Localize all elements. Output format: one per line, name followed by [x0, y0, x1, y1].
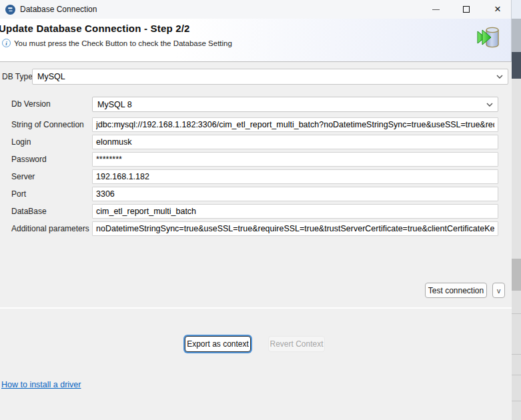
db-version-label: Db Version	[11, 97, 51, 111]
db-version-combo[interactable]: MySQL 8	[92, 97, 498, 112]
section-separator	[0, 307, 512, 309]
background-strip-segment	[512, 79, 521, 259]
connection-string-input[interactable]	[92, 117, 498, 132]
wizard-header: Update Database Connection - Step 2/2 i …	[0, 19, 511, 62]
close-button[interactable]: ×	[488, 0, 508, 19]
port-row: Port	[0, 187, 512, 202]
info-message: You must press the Check Button to check…	[14, 39, 232, 47]
server-label: Server	[11, 169, 35, 184]
connection-string-row: String of Connection	[0, 117, 512, 133]
background-strip-line	[512, 401, 521, 401]
background-strip-line	[512, 375, 521, 375]
export-as-context-button[interactable]: Export as context	[185, 336, 251, 352]
password-input[interactable]	[92, 152, 498, 167]
db-type-combo[interactable]: MySQL	[32, 69, 508, 85]
form-body: DB Type MySQL Db Version MySQL 8	[0, 62, 512, 420]
additional-parameters-input[interactable]	[92, 221, 498, 236]
background-strip-line	[512, 354, 521, 355]
port-label: Port	[11, 187, 26, 201]
titlebar: Database Connection ×	[0, 0, 511, 19]
db-type-row: DB Type MySQL	[0, 69, 512, 85]
page-title: Update Database Connection - Step 2/2	[0, 23, 190, 34]
background-window-strip	[512, 0, 521, 420]
server-row: Server	[0, 169, 512, 185]
how-to-install-driver-link[interactable]: How to install a driver	[1, 380, 81, 389]
database-label: DataBase	[11, 204, 47, 219]
test-connection-dropdown-button[interactable]: v	[492, 283, 505, 298]
maximize-button[interactable]	[456, 0, 476, 19]
app-logo-icon	[5, 5, 15, 15]
database-row: DataBase	[0, 204, 512, 219]
background-scrollbar-thumb	[512, 52, 521, 79]
connection-string-label: String of Connection	[11, 117, 84, 132]
db-type-value: MySQL	[37, 72, 65, 81]
db-version-row: Db Version MySQL 8	[0, 97, 512, 112]
info-row: i You must press the Check Button to che…	[2, 39, 232, 47]
background-strip-segment	[512, 0, 521, 19]
database-connection-window: Database Connection × Update Database Co…	[0, 0, 521, 420]
window-title: Database Connection	[20, 5, 97, 14]
additional-parameters-label: Additional parameters	[11, 221, 89, 236]
database-connection-dialog: Database Connection × Update Database Co…	[0, 0, 512, 420]
background-strip-segment	[512, 19, 521, 52]
password-label: Password	[11, 152, 47, 167]
database-input[interactable]	[92, 204, 498, 219]
port-input[interactable]	[92, 187, 498, 201]
database-wizard-icon	[476, 25, 500, 50]
test-connection-button[interactable]: Test connection	[425, 283, 487, 298]
minimize-icon	[432, 9, 440, 10]
password-row: Password	[0, 152, 512, 167]
background-strip-line	[512, 313, 521, 314]
maximize-icon	[463, 6, 470, 13]
server-input[interactable]	[92, 169, 498, 184]
login-input[interactable]	[92, 135, 498, 149]
additional-parameters-row: Additional parameters	[0, 221, 512, 237]
login-label: Login	[11, 135, 31, 149]
login-row: Login	[0, 135, 512, 150]
revert-context-button[interactable]: Revert Context	[268, 336, 325, 352]
chevron-down-icon	[496, 75, 503, 79]
minimize-button[interactable]	[426, 0, 446, 19]
chevron-down-icon	[486, 103, 493, 107]
background-strip-segment	[512, 259, 521, 291]
db-version-value: MySQL 8	[97, 100, 132, 109]
db-type-label: DB Type	[2, 69, 33, 85]
info-icon: i	[2, 39, 11, 47]
